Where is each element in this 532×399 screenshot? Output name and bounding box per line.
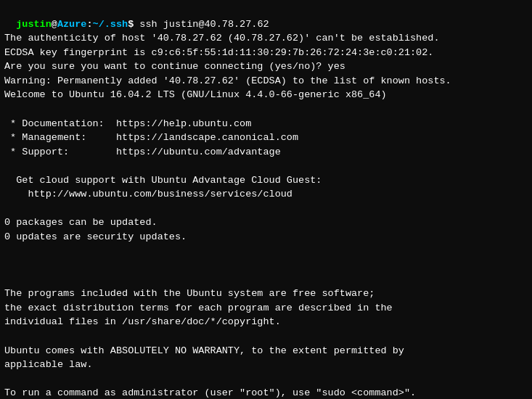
prompt-line-1: justin@Azure:~/.ssh$ ssh justin@40.78.27… [16, 19, 269, 30]
prompt-path-1: ~/.ssh [93, 19, 128, 30]
prompt-colon-1: : [86, 19, 92, 30]
prompt-user-1: justin [16, 19, 52, 30]
prompt-at-1: @ [52, 19, 57, 30]
terminal-window[interactable]: justin@Azure:~/.ssh$ ssh justin@40.78.27… [0, 0, 532, 399]
prompt-command-1: ssh justin@40.78.27.62 [134, 19, 269, 30]
prompt-host-1: Azure [57, 19, 87, 30]
output-text: The authenticity of host '40.78.27.62 (4… [4, 33, 451, 399]
